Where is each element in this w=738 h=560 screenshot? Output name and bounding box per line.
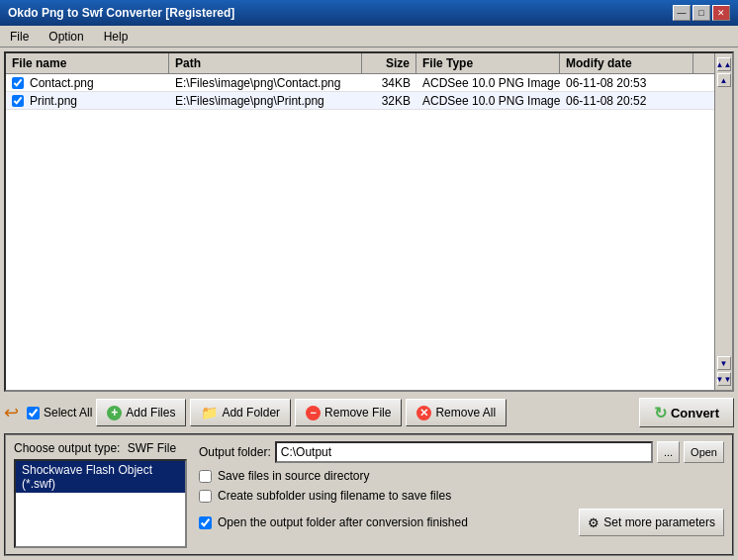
remove-file-button[interactable]: − Remove File [295,399,402,426]
file-checkbox-1[interactable] [12,95,24,107]
back-arrow-icon: ↩ [4,402,19,423]
bottom-panel: Choose output type: SWF File Shockwave F… [4,433,734,556]
add-folder-button[interactable]: 📁 Add Folder [190,399,291,426]
convert-icon: ↻ [654,404,667,422]
output-type-value: SWF File [128,441,176,455]
output-folder-row: Output folder: ... Open [199,441,724,463]
title-bar: Okdo Png to Swf Converter [Registered] —… [0,0,738,26]
save-source-label: Save files in source directory [218,469,369,483]
open-button[interactable]: Open [684,441,724,463]
convert-button[interactable]: ↻ Convert [639,398,734,427]
file-cell-moddate-1: 06-11-08 20:52 [560,93,693,109]
file-cell-filetype-1: ACDSee 10.0 PNG Image [416,93,560,109]
close-button[interactable]: ✕ [712,5,730,21]
scroll-top-button[interactable]: ▲▲ [717,57,731,71]
col-header-filetype[interactable]: File Type [416,53,560,73]
table-row: Contact.png E:\Files\image\png\Contact.p… [6,74,732,92]
col-header-path[interactable]: Path [169,53,362,73]
menu-bar: File Option Help [0,26,738,47]
scrollbar-panel: ▲▲ ▲ ▼ ▼▼ [714,53,732,390]
output-type-section: Choose output type: SWF File Shockwave F… [14,441,187,548]
remove-all-label: Remove All [435,406,496,420]
set-params-label: Set more parameters [603,515,715,529]
add-files-label: Add Files [126,406,175,420]
scroll-down-button[interactable]: ▼ [717,356,731,370]
select-all-area: Select All [27,406,92,420]
remove-all-button[interactable]: ✕ Remove All [406,399,507,426]
add-files-button[interactable]: + Add Files [96,399,186,426]
table-row: Print.png E:\Files\image\png\Print.png 3… [6,92,732,110]
output-folder-input[interactable] [275,441,653,463]
output-type-item[interactable]: Shockwave Flash Object (*.swf) [16,461,185,493]
file-checkbox-0[interactable] [12,77,24,89]
add-folder-label: Add Folder [222,406,280,420]
file-list-body: Contact.png E:\Files\image\png\Contact.p… [6,74,732,390]
maximize-button[interactable]: □ [692,5,710,21]
menu-file[interactable]: File [4,28,35,46]
create-subfolder-label: Create subfolder using filename to save … [218,489,451,503]
menu-option[interactable]: Option [43,28,89,46]
menu-help[interactable]: Help [98,28,135,46]
minimize-button[interactable]: — [673,5,691,21]
toolbar-row: ↩ Select All + Add Files 📁 Add Folder − … [4,396,734,429]
checkbox-row-0: Save files in source directory [199,469,724,483]
file-cell-size-1: 32KB [362,93,416,109]
checkbox-row-2: Open the output folder after conversion … [199,515,468,529]
browse-button[interactable]: ... [657,441,680,463]
file-cell-path-1: E:\Files\image\png\Print.png [169,93,362,109]
window-controls: — □ ✕ [673,5,730,21]
output-type-list[interactable]: Shockwave Flash Object (*.swf) [14,459,187,548]
set-params-button[interactable]: ⚙ Set more parameters [579,509,724,536]
window-title: Okdo Png to Swf Converter [Registered] [8,6,234,20]
main-container: File name Path Size File Type Modify dat… [0,47,738,560]
file-cell-size-0: 34KB [362,75,416,91]
gear-icon: ⚙ [588,515,600,530]
output-type-label: Choose output type: [14,441,120,455]
select-all-checkbox[interactable] [27,407,40,420]
remove-file-icon: − [306,406,321,420]
output-options-section: Output folder: ... Open Save files in so… [199,441,724,548]
output-folder-label: Output folder: [199,445,271,459]
select-all-label: Select All [44,406,92,420]
add-files-icon: + [107,406,122,420]
file-list-header: File name Path Size File Type Modify dat… [6,53,732,74]
col-header-moddate[interactable]: Modify date [560,53,693,73]
col-header-size[interactable]: Size [362,53,416,73]
file-cell-path-0: E:\Files\image\png\Contact.png [169,75,362,91]
file-cell-filetype-0: ACDSee 10.0 PNG Image [416,75,560,91]
scroll-bottom-button[interactable]: ▼▼ [717,372,731,386]
create-subfolder-checkbox[interactable] [199,490,212,503]
save-source-checkbox[interactable] [199,470,212,483]
convert-label: Convert [671,406,719,420]
file-cell-name-1: Print.png [6,93,169,109]
file-cell-moddate-0: 06-11-08 20:53 [560,75,693,91]
scroll-up-button[interactable]: ▲ [717,73,731,87]
file-list-panel: File name Path Size File Type Modify dat… [4,51,734,392]
checkbox-row-1: Create subfolder using filename to save … [199,489,724,503]
file-cell-name-0: Contact.png [6,75,169,91]
open-after-label: Open the output folder after conversion … [218,515,468,529]
output-type-header: Choose output type: SWF File [14,441,187,455]
add-folder-icon: 📁 [201,405,218,420]
remove-all-icon: ✕ [416,406,431,420]
remove-file-label: Remove File [324,406,391,420]
col-header-filename[interactable]: File name [6,53,169,73]
open-after-checkbox[interactable] [199,516,212,529]
